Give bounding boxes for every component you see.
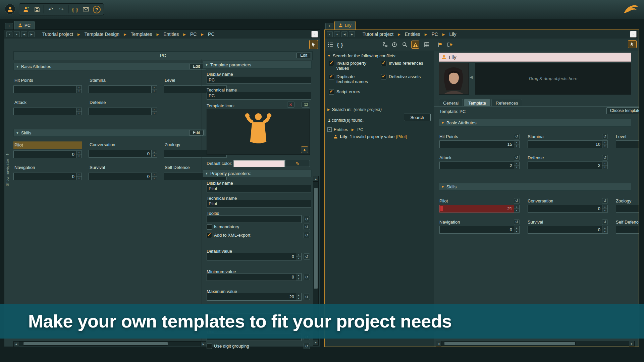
save-button[interactable] xyxy=(32,5,42,14)
help-button[interactable]: ? xyxy=(92,5,101,14)
entity-basic-attributes-header[interactable]: Basic Attributes xyxy=(439,119,631,127)
remove-icon-button[interactable] xyxy=(287,102,294,108)
new-tab-button[interactable]: + xyxy=(5,23,13,29)
spinner[interactable] xyxy=(152,85,157,93)
defense-input[interactable] xyxy=(528,162,602,169)
breadcrumb-item[interactable]: Templates xyxy=(129,32,154,37)
revert-icon[interactable] xyxy=(514,198,520,204)
spinner[interactable] xyxy=(152,108,157,115)
tab-general[interactable]: General xyxy=(439,99,463,107)
stamina-input[interactable] xyxy=(89,85,152,93)
new-tab-button[interactable]: + xyxy=(325,23,333,29)
search-conflicts-header[interactable]: Search for the following conflicts: xyxy=(327,53,396,58)
search-in-header[interactable]: Search in: (entire project) xyxy=(327,107,382,112)
spinner[interactable] xyxy=(76,108,82,115)
default-value-input[interactable] xyxy=(207,253,296,260)
breadcrumb-item[interactable]: Entities xyxy=(162,32,180,37)
tab-template[interactable]: Template xyxy=(464,99,490,107)
scroll-up-button[interactable]: ▲ xyxy=(313,176,319,182)
scroll-right-button[interactable]: ▶ xyxy=(629,341,635,347)
breadcrumb-item[interactable]: Lily xyxy=(448,32,458,37)
hit-points-input[interactable] xyxy=(439,140,514,148)
spinner[interactable] xyxy=(514,140,520,148)
revert-icon[interactable] xyxy=(602,155,608,161)
conflict-option[interactable]: Duplicate technical names xyxy=(329,74,372,84)
spinner[interactable] xyxy=(602,226,608,234)
tab-pc[interactable]: PC xyxy=(14,21,35,29)
checkbox-label[interactable]: Use digit grouping xyxy=(214,344,249,349)
stamina-input[interactable] xyxy=(528,140,602,148)
scroll-down-button[interactable]: ▼ xyxy=(313,340,319,346)
profile-button[interactable] xyxy=(5,4,15,14)
conflict-option[interactable]: Script errors xyxy=(329,89,379,95)
show-navigator-strip[interactable]: ▸▸ Show navigator xyxy=(5,153,10,263)
result-property[interactable]: (Pilot) xyxy=(396,134,407,139)
maximum-value-input[interactable] xyxy=(207,293,296,301)
revert-icon[interactable] xyxy=(304,294,310,300)
edit-template-button[interactable]: Edit xyxy=(297,53,311,58)
forward-button[interactable]: ▶ xyxy=(349,31,355,37)
scroll-left-button[interactable]: ◀ xyxy=(436,341,441,347)
hit-points-input[interactable] xyxy=(13,85,76,93)
prop-display-name-input[interactable] xyxy=(207,185,311,192)
pick-color-button[interactable]: ✎ xyxy=(285,160,310,167)
drop-zone[interactable]: Drag & drop objects here xyxy=(475,63,631,95)
breadcrumb-item[interactable]: Tutorial project xyxy=(361,32,395,37)
spinner[interactable] xyxy=(602,140,608,148)
scroll-thumb[interactable] xyxy=(444,342,576,345)
scroll-track[interactable] xyxy=(441,341,629,346)
spinner[interactable] xyxy=(76,85,82,93)
tree-group-row[interactable]: − Entities PC xyxy=(327,127,363,132)
navigation-input[interactable] xyxy=(13,173,76,180)
result-entity-name[interactable]: Lily xyxy=(340,134,347,139)
revert-icon[interactable] xyxy=(602,134,608,139)
history-button[interactable] xyxy=(390,41,398,49)
entity-skills-header[interactable]: Skills xyxy=(439,183,631,191)
zoology-input[interactable] xyxy=(616,205,639,213)
revert-icon[interactable] xyxy=(304,343,310,349)
script-braces-button[interactable]: { } xyxy=(336,41,344,49)
spinner[interactable] xyxy=(514,205,520,213)
scroll-track[interactable] xyxy=(19,341,201,346)
spinner[interactable] xyxy=(602,162,608,169)
is-mandatory-checkbox[interactable] xyxy=(207,224,212,230)
revert-icon[interactable] xyxy=(304,224,310,230)
journey-list-button[interactable] xyxy=(327,41,335,49)
attack-input[interactable] xyxy=(439,162,514,169)
template-parameters-header[interactable]: Template parameters xyxy=(203,61,312,69)
scroll-thumb[interactable] xyxy=(23,342,168,346)
pointer-tool-button[interactable] xyxy=(628,40,637,48)
browse-icon-button[interactable] xyxy=(302,102,310,108)
feed-button[interactable] xyxy=(311,31,318,38)
conflict-option[interactable]: Invalid references xyxy=(381,61,431,66)
tab-lily[interactable]: Lily xyxy=(334,21,356,29)
breadcrumb-item[interactable]: Template Design xyxy=(83,32,121,37)
scroll-thumb[interactable] xyxy=(314,188,318,289)
conflicts-tool-button[interactable] xyxy=(411,41,419,49)
skills-header[interactable]: Skills Edit xyxy=(13,129,206,137)
collapse-minus-icon[interactable]: − xyxy=(327,127,332,132)
revert-icon[interactable] xyxy=(304,253,310,260)
collapse-left-icon[interactable]: ◀ xyxy=(470,75,473,79)
tree-view-button[interactable] xyxy=(381,41,389,49)
breadcrumb-item[interactable]: PC xyxy=(206,32,216,37)
survival-input[interactable] xyxy=(528,226,602,234)
search-tool-button[interactable] xyxy=(401,41,409,49)
back-button[interactable]: ◀ xyxy=(21,31,27,37)
script-braces-button[interactable]: { } xyxy=(70,5,80,14)
minimum-value-input[interactable] xyxy=(207,273,296,281)
revert-icon[interactable] xyxy=(514,219,520,225)
back-button[interactable]: ◀ xyxy=(341,31,347,37)
scroll-left-button[interactable]: ◀ xyxy=(13,341,19,347)
navigation-input[interactable] xyxy=(439,226,514,234)
search-button[interactable]: Search xyxy=(404,114,431,121)
add-entity-button[interactable] xyxy=(21,5,31,14)
spinner[interactable] xyxy=(152,173,157,180)
add-to-xml-checkbox[interactable] xyxy=(207,233,212,238)
script-errors-checkbox[interactable] xyxy=(329,89,334,95)
technical-name-input[interactable] xyxy=(207,92,311,100)
spinner[interactable] xyxy=(76,173,82,180)
default-color-swatch[interactable] xyxy=(233,160,285,167)
level-input[interactable] xyxy=(616,140,639,148)
tree-group-label[interactable]: Entities xyxy=(334,127,348,132)
